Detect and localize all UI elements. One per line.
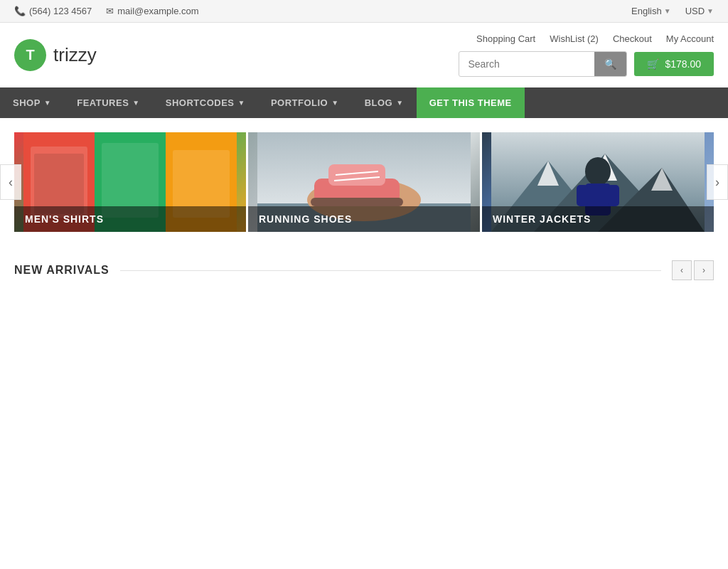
svg-rect-15 [311,198,403,206]
logo-icon: T [14,39,46,71]
nav-shop[interactable]: SHOP ▼ [0,87,64,118]
currency-label: USD [685,6,705,16]
account-link[interactable]: My Account [666,33,714,44]
category-card-jackets[interactable]: WINTER JACKETS [482,132,714,232]
search-input[interactable] [459,53,594,75]
nav-blog[interactable]: BLOG ▼ [352,87,417,118]
category-shirts-label: MEN'S SHIRTS [14,206,246,232]
language-label: English [631,6,662,16]
carousel-prev-button[interactable]: ‹ [0,164,21,200]
search-icon: 🔍 [604,58,616,70]
svg-point-23 [585,157,611,186]
nav-blog-arrow: ▼ [396,99,403,107]
category-shoes-label: RUNNING SHOES [248,206,480,232]
cart-icon: 🛒 [647,58,659,70]
logo[interactable]: T trizzy [14,39,97,71]
category-jackets-label: WINTER JACKETS [482,206,714,232]
phone-icon: 📞 [14,6,26,16]
search-button[interactable]: 🔍 [594,52,626,76]
nav-get-theme[interactable]: GET THIS THEME [417,87,525,118]
phone-number: (564) 123 4567 [29,6,92,16]
carousel-next-button[interactable]: › [707,164,728,200]
carousel-prev-icon: ‹ [9,175,13,190]
nav-portfolio-label: PORTFOLIO [271,97,328,108]
header-right: Shopping Cart WishList (2) Checkout My A… [459,33,714,77]
nav-shortcodes[interactable]: SHORTCODES ▼ [153,87,258,118]
category-cards: MEN'S SHIRTS [14,132,714,232]
logo-name: trizzy [53,44,97,66]
carousel-next-icon: › [715,175,719,190]
carousel-section: ‹ › MEN'S SHIRTS [0,132,728,232]
nav-blog-label: BLOG [365,97,393,108]
new-arrivals-prev-icon: ‹ [680,265,683,275]
nav-features[interactable]: FEATURES ▼ [64,87,153,118]
svg-rect-25 [577,185,588,206]
cart-amount: $178.00 [665,58,701,70]
nav-shop-arrow: ▼ [44,99,51,107]
nav-get-theme-label: GET THIS THEME [429,97,512,108]
nav-shortcodes-label: SHORTCODES [166,97,235,108]
svg-rect-7 [34,154,84,214]
nav-shortcodes-arrow: ▼ [238,99,245,107]
nav-shop-label: SHOP [13,97,41,108]
header-actions: 🔍 🛒 $178.00 [459,51,714,77]
new-arrivals-next-button[interactable]: › [694,260,714,280]
section-header: NEW ARRIVALS ‹ › [14,260,714,280]
new-arrivals-next-icon: › [702,265,705,275]
navbar: SHOP ▼ FEATURES ▼ SHORTCODES ▼ PORTFOLIO… [0,87,728,118]
envelope-icon: ✉ [106,6,114,16]
category-card-shirts[interactable]: MEN'S SHIRTS [14,132,246,232]
shopping-cart-label[interactable]: Shopping Cart [476,33,535,44]
new-arrivals-section: NEW ARRIVALS ‹ › [0,246,728,309]
language-selector[interactable]: English ▼ [631,6,671,16]
checkout-link[interactable]: Checkout [613,33,652,44]
language-dropdown-arrow: ▼ [664,7,671,15]
search-form: 🔍 [459,51,627,77]
section-title: NEW ARRIVALS [14,264,109,277]
wishlist-link[interactable]: WishList (2) [550,33,599,44]
nav-portfolio[interactable]: PORTFOLIO ▼ [258,87,352,118]
category-card-shoes[interactable]: RUNNING SHOES [248,132,480,232]
svg-rect-26 [608,185,619,206]
currency-selector[interactable]: USD ▼ [685,6,714,16]
section-nav: ‹ › [672,260,714,280]
phone-contact: 📞 (564) 123 4567 [14,6,92,16]
header: T trizzy Shopping Cart WishList (2) Chec… [0,23,728,87]
cart-button[interactable]: 🛒 $178.00 [634,52,714,76]
email-contact: ✉ mail@example.com [106,6,198,16]
logo-letter: T [26,47,34,63]
nav-portfolio-arrow: ▼ [331,99,338,107]
section-divider [120,270,661,271]
nav-features-label: FEATURES [77,97,129,108]
header-nav: Shopping Cart WishList (2) Checkout My A… [476,33,714,44]
new-arrivals-prev-button[interactable]: ‹ [672,260,692,280]
email-address: mail@example.com [117,6,198,16]
currency-dropdown-arrow: ▼ [707,7,714,15]
nav-features-arrow: ▼ [132,99,139,107]
top-bar: 📞 (564) 123 4567 ✉ mail@example.com Engl… [0,0,728,23]
